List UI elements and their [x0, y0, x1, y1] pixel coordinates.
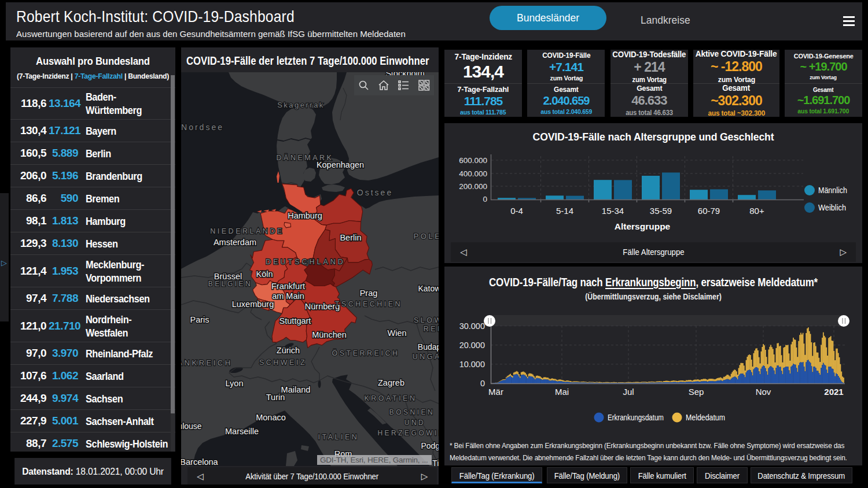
svg-text:REPU: REPU: [424, 325, 439, 333]
svg-text:35-59: 35-59: [650, 206, 672, 216]
svg-text:Meldedatum: Meldedatum: [686, 413, 725, 422]
svg-text:Frankfurt: Frankfurt: [271, 282, 305, 291]
svg-text:Stuttgart: Stuttgart: [279, 316, 311, 326]
svg-text:UNGAR: UNGAR: [413, 353, 439, 361]
svg-text:BOSNIEN: BOSNIEN: [389, 408, 435, 416]
svg-text:Jul: Jul: [623, 387, 634, 397]
svg-text:600.000: 600.000: [459, 156, 487, 165]
svg-text:TSCHECHIEN: TSCHECHIEN: [335, 300, 402, 308]
svg-text:Prag: Prag: [360, 289, 378, 298]
svg-text:400.000: 400.000: [459, 169, 487, 178]
svg-text:Turin: Turin: [266, 393, 285, 402]
svg-text:Amsterdam: Amsterdam: [214, 238, 256, 247]
svg-text:Männlich: Männlich: [818, 186, 847, 195]
svg-text:POLE: POLE: [414, 232, 439, 241]
svg-text:Tir: Tir: [432, 459, 439, 466]
svg-text:Erkrankungsdatum: Erkrankungsdatum: [608, 413, 664, 422]
svg-text:ANKREICH: ANKREICH: [181, 358, 233, 367]
svg-text:80+: 80+: [749, 206, 764, 216]
svg-text:Wien: Wien: [387, 328, 406, 338]
svg-text:Mailand: Mailand: [281, 385, 311, 394]
svg-text:DEUTSCHLAND: DEUTSCHLAND: [266, 258, 345, 266]
svg-text:20.000: 20.000: [459, 341, 485, 350]
svg-text:0: 0: [483, 195, 487, 204]
svg-text:ITALIEN: ITALIEN: [318, 433, 359, 441]
svg-text:200.000: 200.000: [459, 182, 487, 191]
svg-text:2021: 2021: [824, 387, 843, 397]
svg-text:KROATIEN: KROATIEN: [365, 394, 417, 402]
svg-text:am Main: am Main: [272, 291, 304, 301]
svg-text:0-4: 0-4: [510, 206, 523, 216]
svg-text:Lyon: Lyon: [226, 379, 244, 388]
svg-text:Mai: Mai: [555, 387, 569, 397]
svg-text:Podgor: Podgor: [421, 441, 439, 450]
svg-text:SLOWAK: SLOWAK: [414, 316, 439, 324]
svg-text:10.000: 10.000: [459, 360, 485, 369]
svg-text:Kopenhagen: Kopenhagen: [317, 160, 364, 169]
svg-text:Marseille: Marseille: [225, 427, 259, 436]
svg-text:Mär: Mär: [488, 387, 503, 397]
svg-text:München: München: [312, 330, 347, 339]
svg-text:Köln: Köln: [256, 269, 273, 279]
svg-text:Hamburg: Hamburg: [288, 211, 322, 220]
svg-text:NIEDERLANDE: NIEDERLANDE: [210, 227, 284, 235]
svg-text:ulouse: ulouse: [181, 422, 202, 431]
svg-text:SCHWEIZ: SCHWEIZ: [259, 358, 307, 367]
svg-text:Paris: Paris: [190, 315, 209, 324]
svg-text:Katowic: Katowic: [418, 284, 439, 293]
svg-text:ÖSTERREICH: ÖSTERREICH: [332, 349, 400, 357]
svg-text:Ostsee: Ostsee: [357, 188, 393, 197]
svg-text:UND: UND: [404, 419, 426, 427]
svg-text:HERZEGOWINA: HERZEGOWINA: [377, 429, 439, 437]
svg-text:Luxemburg: Luxemburg: [232, 300, 274, 309]
svg-text:Monaco: Monaco: [256, 413, 286, 422]
svg-text:Zagreb: Zagreb: [378, 378, 404, 387]
svg-text:Skagerrak: Skagerrak: [277, 101, 325, 109]
svg-text:Altersgruppe: Altersgruppe: [615, 221, 671, 231]
svg-text:BELGIEN: BELGIEN: [208, 280, 253, 288]
svg-text:0: 0: [480, 379, 485, 388]
svg-text:Nordsee: Nordsee: [181, 123, 224, 132]
svg-text:30.000: 30.000: [459, 321, 485, 331]
svg-text:Zürich: Zürich: [277, 346, 300, 355]
svg-text:5-14: 5-14: [556, 206, 573, 216]
svg-text:Sep: Sep: [689, 387, 704, 397]
svg-text:Nov: Nov: [756, 387, 771, 397]
svg-text:Budape: Budape: [418, 342, 439, 352]
svg-text:60-79: 60-79: [698, 206, 720, 216]
svg-text:Weiblich: Weiblich: [818, 203, 846, 212]
svg-text:Barcelona: Barcelona: [181, 457, 219, 466]
svg-text:15-34: 15-34: [602, 206, 624, 216]
svg-text:Berlin: Berlin: [340, 233, 361, 242]
